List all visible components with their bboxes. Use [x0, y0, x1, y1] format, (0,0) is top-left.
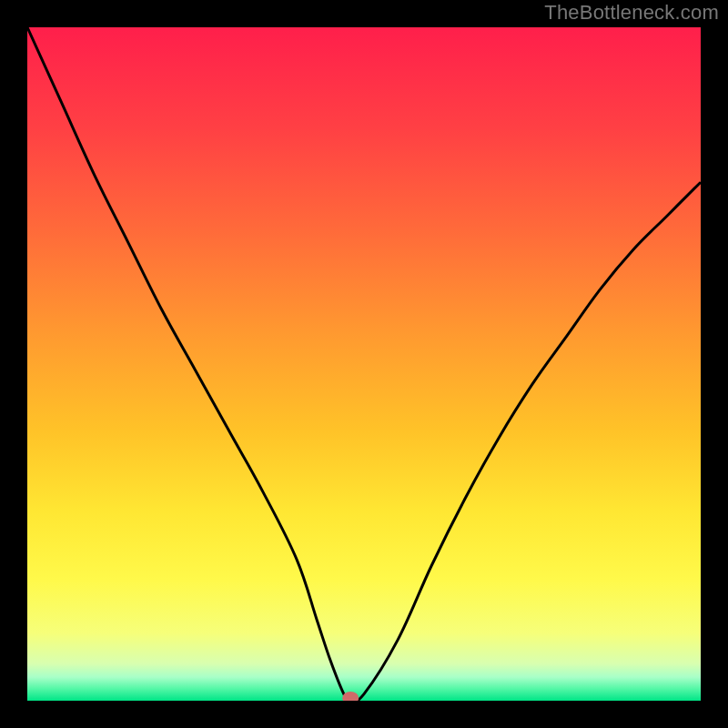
plot-area — [27, 27, 701, 701]
watermark-text: TheBottleneck.com — [544, 1, 719, 25]
gradient-background — [27, 27, 701, 701]
chart-frame: TheBottleneck.com — [0, 0, 728, 728]
bottleneck-chart — [27, 27, 701, 701]
